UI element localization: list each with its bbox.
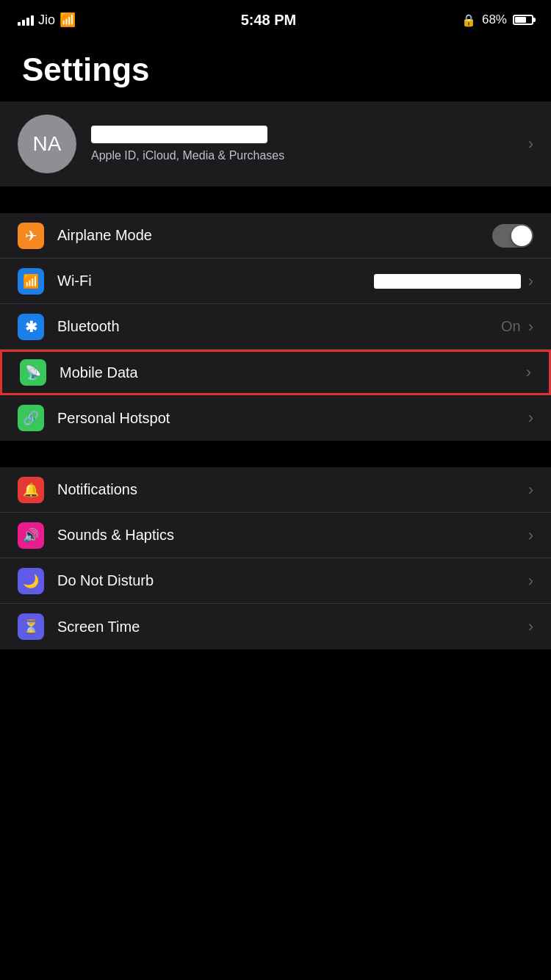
status-time: 5:48 PM [241, 12, 297, 29]
general-group: 🔔 Notifications › 🔊 Sounds & Haptics › 🌙… [0, 467, 551, 649]
toggle-knob [511, 226, 532, 246]
settings-item-bluetooth[interactable]: ✱ Bluetooth On › [0, 304, 551, 350]
battery-fill [515, 17, 526, 23]
mobile-data-label: Mobile Data [60, 364, 526, 381]
wifi-chevron: › [528, 272, 533, 291]
page-title: Settings [22, 51, 529, 88]
page-title-section: Settings [0, 37, 551, 101]
lock-icon: 🔒 [461, 13, 476, 27]
bluetooth-icon: ✱ [18, 314, 44, 340]
settings-item-screen-time[interactable]: ⏳ Screen Time › [0, 604, 551, 649]
settings-item-dnd[interactable]: 🌙 Do Not Disturb › [0, 558, 551, 604]
section-gap-2 [0, 441, 551, 467]
profile-row[interactable]: NA Apple ID, iCloud, Media & Purchases › [0, 101, 551, 187]
battery-indicator [513, 15, 533, 25]
connectivity-group: ✈ Airplane Mode 📶 Wi-Fi › ✱ Bluetooth On… [0, 213, 551, 441]
airplane-mode-toggle[interactable] [492, 224, 533, 248]
personal-hotspot-icon: 🔗 [18, 405, 44, 431]
section-gap-1 [0, 187, 551, 213]
bluetooth-label: Bluetooth [57, 318, 501, 335]
status-left: Jio 📶 [18, 12, 76, 28]
screen-time-icon: ⏳ [18, 613, 44, 640]
profile-name-bar [91, 126, 267, 143]
settings-item-mobile-data[interactable]: 📡 Mobile Data › [0, 350, 551, 395]
screen-time-label: Screen Time [57, 619, 528, 635]
personal-hotspot-chevron: › [528, 408, 533, 428]
dnd-chevron: › [528, 572, 533, 591]
sounds-chevron: › [528, 526, 533, 545]
profile-chevron: › [528, 134, 533, 154]
wifi-status-icon: 📶 [60, 12, 76, 28]
airplane-mode-label: Airplane Mode [57, 227, 492, 244]
sounds-label: Sounds & Haptics [57, 527, 528, 544]
battery-icon [513, 15, 533, 25]
sounds-icon: 🔊 [18, 522, 44, 549]
bluetooth-chevron: › [528, 317, 533, 336]
notifications-label: Notifications [57, 481, 528, 498]
mobile-data-chevron: › [526, 363, 531, 382]
screen-time-chevron: › [528, 617, 533, 636]
mobile-data-icon: 📡 [20, 359, 46, 386]
profile-subtitle: Apple ID, iCloud, Media & Purchases [91, 149, 514, 162]
airplane-mode-icon: ✈ [18, 223, 44, 249]
signal-bars [18, 14, 34, 26]
settings-item-airplane-mode[interactable]: ✈ Airplane Mode [0, 213, 551, 259]
dnd-label: Do Not Disturb [57, 572, 528, 589]
bluetooth-value: On [501, 318, 521, 335]
personal-hotspot-label: Personal Hotspot [57, 410, 528, 427]
wifi-icon: 📶 [18, 268, 44, 295]
profile-info: Apple ID, iCloud, Media & Purchases [91, 126, 514, 162]
battery-percent: 68% [482, 12, 507, 27]
notifications-chevron: › [528, 480, 533, 500]
notifications-icon: 🔔 [18, 477, 44, 503]
avatar-initials: NA [33, 132, 62, 156]
wifi-label: Wi-Fi [57, 273, 374, 289]
settings-item-wifi[interactable]: 📶 Wi-Fi › [0, 259, 551, 304]
carrier-name: Jio [38, 12, 55, 28]
wifi-value-bar [374, 274, 521, 289]
settings-item-personal-hotspot[interactable]: 🔗 Personal Hotspot › [0, 395, 551, 441]
settings-item-sounds[interactable]: 🔊 Sounds & Haptics › [0, 513, 551, 558]
avatar: NA [18, 115, 76, 173]
status-right: 🔒 68% [461, 12, 533, 27]
status-bar: Jio 📶 5:48 PM 🔒 68% [0, 0, 551, 37]
settings-item-notifications[interactable]: 🔔 Notifications › [0, 467, 551, 513]
dnd-icon: 🌙 [18, 568, 44, 594]
